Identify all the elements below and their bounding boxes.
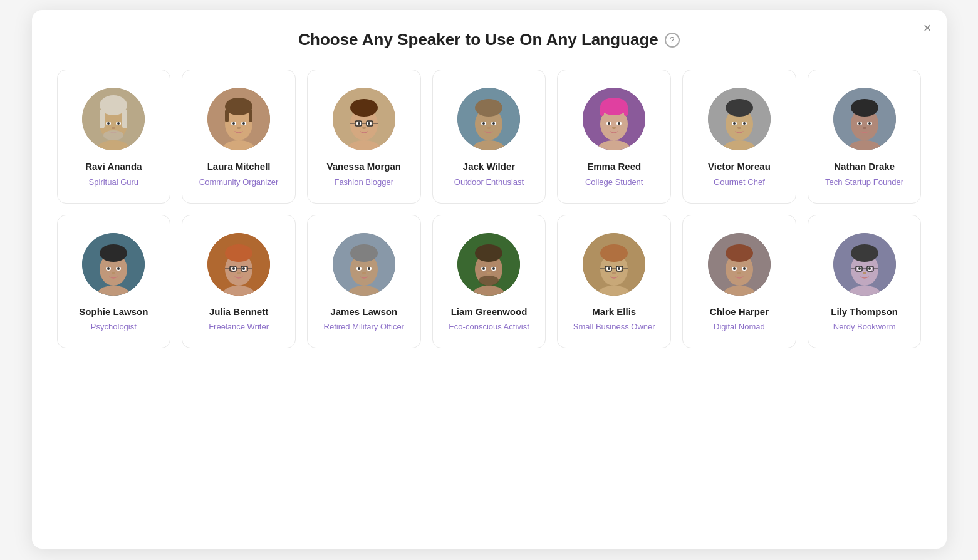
svg-point-39	[475, 99, 502, 117]
avatar-liam	[457, 233, 520, 296]
svg-point-90	[242, 267, 245, 270]
svg-point-72	[868, 122, 871, 125]
help-icon[interactable]: ?	[665, 33, 680, 48]
speaker-role-laura: Community Organizer	[199, 177, 278, 188]
speaker-card-ravi[interactable]: Ravi AnandaSpiritual Guru	[57, 70, 171, 204]
speaker-card-vanessa[interactable]: Vanessa MorganFashion Blogger	[307, 70, 421, 204]
svg-point-19	[232, 122, 235, 125]
speaker-name-sophie: Sophie Lawson	[79, 306, 148, 318]
speaker-name-vanessa: Vanessa Morgan	[327, 160, 401, 173]
svg-point-142	[851, 244, 878, 262]
close-button[interactable]: ×	[923, 21, 932, 35]
svg-point-28	[358, 122, 360, 125]
svg-point-138	[737, 272, 741, 274]
speaker-name-laura: Laura Mitchell	[207, 160, 271, 173]
svg-point-64	[737, 127, 741, 129]
avatar-nathan	[833, 88, 896, 150]
speaker-card-victor[interactable]: Victor MoreauGourmet Chef	[682, 70, 796, 204]
avatar-vanessa	[333, 88, 395, 150]
svg-point-10	[103, 130, 123, 140]
speaker-role-mark: Small Business Owner	[573, 321, 655, 333]
svg-point-53	[608, 122, 610, 125]
svg-point-30	[362, 127, 366, 129]
avatar-sophie	[82, 233, 145, 296]
svg-point-73	[863, 127, 866, 129]
svg-point-54	[618, 122, 620, 125]
speaker-name-nathan: Nathan Drake	[834, 160, 895, 173]
speaker-name-victor: Victor Moreau	[708, 160, 771, 173]
svg-point-104	[368, 267, 370, 270]
speaker-name-liam: Liam Greenwood	[451, 306, 528, 318]
svg-point-86	[225, 244, 252, 262]
svg-point-82	[112, 272, 115, 274]
speaker-role-vanessa: Fashion Blogger	[334, 177, 393, 188]
svg-point-115	[479, 276, 499, 286]
speaker-role-jack: Outdoor Enthusiast	[454, 177, 524, 188]
svg-point-80	[107, 267, 110, 270]
speaker-selection-modal: × Choose Any Speaker to Use On Any Langu…	[32, 10, 947, 549]
svg-point-145	[858, 267, 861, 270]
svg-point-42	[482, 122, 485, 125]
svg-point-8	[117, 122, 120, 125]
speaker-name-emma: Emma Reed	[587, 160, 641, 173]
svg-rect-15	[225, 110, 229, 122]
svg-point-81	[117, 267, 120, 270]
svg-point-9	[112, 127, 115, 129]
speaker-name-chloe: Chloe Harper	[710, 306, 769, 318]
speaker-name-lily: Lily Thompson	[831, 306, 898, 318]
speaker-card-nathan[interactable]: Nathan DrakeTech Startup Founder	[808, 70, 922, 204]
svg-rect-50	[624, 106, 628, 116]
svg-point-89	[232, 267, 235, 270]
svg-point-105	[362, 272, 366, 274]
speaker-grid: Ravi AnandaSpiritual Guru Laura Mitchell…	[57, 70, 922, 348]
avatar-emma	[583, 88, 645, 150]
speaker-card-julia[interactable]: Julia BennettFreelance Writer	[182, 215, 296, 349]
speaker-card-jack[interactable]: Jack WilderOutdoor Enthusiast	[432, 70, 546, 204]
svg-point-103	[358, 267, 360, 270]
modal-title: Choose Any Speaker to Use On Any Languag…	[298, 30, 658, 49]
svg-point-63	[743, 122, 746, 125]
svg-point-114	[487, 272, 491, 274]
svg-point-14	[225, 98, 252, 115]
svg-point-122	[608, 267, 610, 270]
svg-point-124	[612, 272, 616, 274]
svg-point-109	[475, 244, 502, 262]
modal-header: Choose Any Speaker to Use On Any Languag…	[57, 30, 922, 49]
svg-point-20	[242, 122, 245, 125]
svg-rect-49	[600, 106, 604, 116]
speaker-role-ravi: Spiritual Guru	[89, 177, 138, 188]
speaker-card-chloe[interactable]: Chloe HarperDigital Nomad	[682, 215, 796, 349]
svg-point-133	[726, 244, 753, 262]
svg-point-43	[492, 122, 495, 125]
avatar-mark	[583, 233, 645, 296]
speaker-card-liam[interactable]: Liam GreenwoodEco-conscious Activist	[432, 215, 546, 349]
speaker-role-emma: College Student	[585, 177, 643, 188]
speaker-name-julia: Julia Bennett	[209, 306, 268, 318]
svg-point-147	[863, 272, 866, 274]
svg-point-21	[237, 127, 241, 129]
svg-point-7	[107, 122, 110, 125]
speaker-card-mark[interactable]: Mark EllisSmall Business Owner	[557, 215, 671, 349]
speaker-card-james[interactable]: James LawsonRetired Military Officer	[307, 215, 421, 349]
svg-point-59	[726, 99, 753, 117]
speaker-role-sophie: Psychologist	[91, 321, 137, 333]
speaker-card-lily[interactable]: Lily ThompsonNerdy Bookworm	[808, 215, 922, 349]
svg-point-44	[487, 127, 491, 129]
svg-point-113	[492, 267, 495, 270]
speaker-name-ravi: Ravi Ananda	[85, 160, 142, 173]
speaker-role-julia: Freelance Writer	[209, 321, 269, 333]
svg-point-71	[858, 122, 861, 125]
avatar-victor	[708, 88, 771, 150]
svg-point-29	[368, 122, 370, 125]
speaker-card-emma[interactable]: Emma ReedCollege Student	[557, 70, 671, 204]
svg-point-136	[733, 267, 736, 270]
avatar-julia	[207, 233, 270, 296]
svg-point-48	[600, 98, 628, 115]
svg-point-91	[237, 272, 241, 274]
speaker-card-laura[interactable]: Laura MitchellCommunity Organizer	[182, 70, 296, 204]
svg-point-146	[868, 267, 871, 270]
speaker-card-sophie[interactable]: Sophie LawsonPsychologist	[57, 215, 171, 349]
svg-point-112	[482, 267, 485, 270]
avatar-laura	[207, 88, 270, 150]
svg-point-25	[350, 99, 378, 117]
